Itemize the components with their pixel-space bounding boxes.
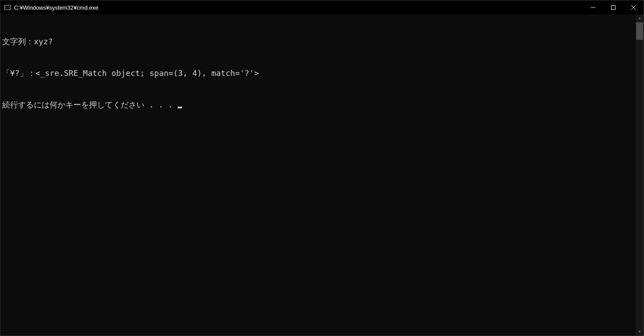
scroll-thumb[interactable] xyxy=(636,22,643,40)
close-button[interactable] xyxy=(623,0,644,14)
scroll-down-arrow[interactable] xyxy=(636,328,644,336)
window-controls xyxy=(583,0,644,14)
cmd-icon: C:\ xyxy=(4,4,11,11)
terminal-line: 文字列：xyz? xyxy=(2,36,634,47)
svg-marker-6 xyxy=(638,17,641,19)
content-area: 文字列：xyz? 「¥?」：<_sre.SRE_Match object; sp… xyxy=(0,14,644,336)
vertical-scrollbar[interactable] xyxy=(636,14,644,336)
cmd-window: C:\ C:¥Windows¥system32¥cmd.exe 文字列：xyz?… xyxy=(0,0,644,336)
terminal-line: 続行するには何かキーを押してください . . . xyxy=(2,100,634,110)
terminal-output[interactable]: 文字列：xyz? 「¥?」：<_sre.SRE_Match object; sp… xyxy=(0,14,636,336)
cursor xyxy=(178,107,182,108)
scroll-track[interactable] xyxy=(636,22,644,328)
scroll-up-arrow[interactable] xyxy=(636,14,644,22)
svg-rect-3 xyxy=(612,6,615,10)
terminal-text: 続行するには何かキーを押してください . . . xyxy=(2,100,178,109)
maximize-button[interactable] xyxy=(603,0,623,14)
window-title: C:¥Windows¥system32¥cmd.exe xyxy=(14,4,583,11)
terminal-line: 「¥?」：<_sre.SRE_Match object; span=(3, 4)… xyxy=(2,68,634,79)
minimize-button[interactable] xyxy=(583,0,603,14)
svg-text:C:\: C:\ xyxy=(5,6,10,9)
svg-marker-7 xyxy=(638,331,641,333)
titlebar[interactable]: C:\ C:¥Windows¥system32¥cmd.exe xyxy=(0,0,644,14)
